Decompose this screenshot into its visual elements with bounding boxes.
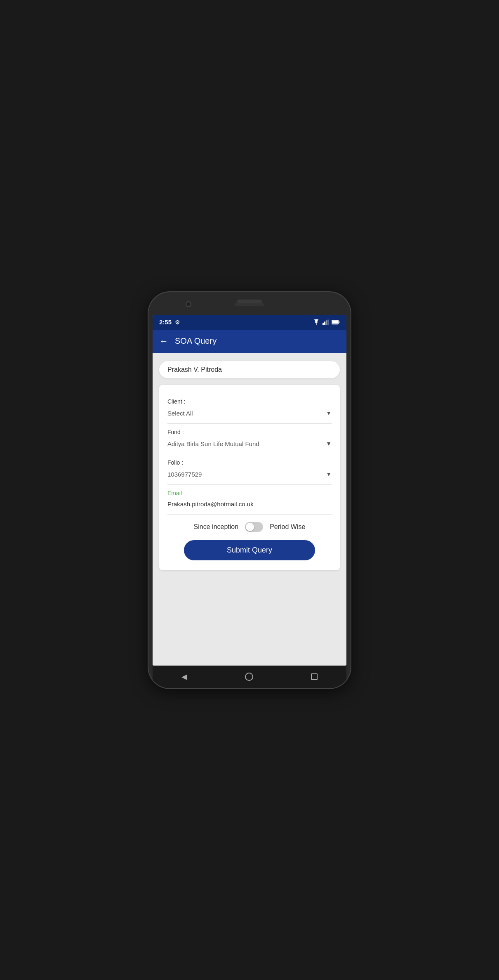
svg-rect-0: [322, 323, 324, 325]
client-value: Select All: [167, 410, 193, 417]
status-time: 2:55: [159, 319, 172, 326]
email-value[interactable]: Prakash.pitroda@hotmail.co.uk: [167, 499, 332, 509]
email-label: Email: [167, 490, 332, 496]
client-select[interactable]: Select All ▼: [167, 408, 332, 418]
phone-shell: 2:55 ⚙: [148, 292, 351, 688]
svg-rect-3: [327, 319, 329, 325]
battery-icon: [332, 320, 340, 325]
folio-value: 1036977529: [167, 471, 202, 478]
user-name: Prakash V. Pitroda: [167, 366, 222, 373]
home-nav-button[interactable]: [245, 673, 253, 681]
speaker: [235, 303, 264, 306]
client-field-group: Client : Select All ▼: [167, 393, 332, 424]
toggle-knob: [246, 523, 254, 531]
folio-label: Folio :: [167, 459, 332, 466]
camera: [186, 301, 191, 307]
status-right: [313, 319, 340, 325]
back-nav-button[interactable]: ◀: [181, 672, 187, 681]
app-bar: ← SOA Query: [153, 330, 346, 353]
phone-screen: 2:55 ⚙: [153, 315, 346, 666]
status-bar: 2:55 ⚙: [153, 315, 346, 330]
svg-rect-1: [324, 321, 325, 325]
email-field-group: Email Prakash.pitroda@hotmail.co.uk: [167, 485, 332, 515]
wifi-icon: [313, 319, 320, 325]
bottom-nav: ◀: [153, 666, 346, 688]
main-content: Prakash V. Pitroda Client : Select All ▼…: [153, 353, 346, 666]
recents-nav-button[interactable]: [311, 673, 318, 680]
name-pill: Prakash V. Pitroda: [159, 361, 340, 378]
folio-field-group: Folio : 1036977529 ▼: [167, 454, 332, 485]
status-left: 2:55 ⚙: [159, 319, 180, 326]
signal-icon: [322, 319, 329, 325]
client-label: Client :: [167, 398, 332, 405]
page-title: SOA Query: [175, 336, 217, 346]
back-button[interactable]: ←: [159, 336, 168, 347]
client-chevron-down-icon: ▼: [326, 410, 332, 416]
svg-rect-6: [332, 321, 338, 324]
fund-select[interactable]: Aditya Birla Sun Life Mutual Fund ▼: [167, 439, 332, 449]
folio-chevron-down-icon: ▼: [326, 471, 332, 477]
fund-field-group: Fund : Aditya Birla Sun Life Mutual Fund…: [167, 424, 332, 454]
toggle-row: Since inception Period Wise: [167, 515, 332, 537]
fund-label: Fund :: [167, 429, 332, 435]
since-inception-label: Since inception: [194, 523, 239, 531]
svg-rect-5: [339, 321, 339, 323]
submit-query-button[interactable]: Submit Query: [184, 540, 315, 560]
form-card: Client : Select All ▼ Fund : Aditya Birl…: [159, 385, 340, 570]
fund-chevron-down-icon: ▼: [326, 440, 332, 447]
svg-rect-2: [326, 320, 327, 325]
folio-select[interactable]: 1036977529 ▼: [167, 469, 332, 479]
settings-icon: ⚙: [175, 319, 180, 326]
inception-period-toggle[interactable]: [245, 522, 263, 532]
fund-value: Aditya Birla Sun Life Mutual Fund: [167, 440, 259, 447]
period-wise-label: Period Wise: [270, 523, 305, 531]
